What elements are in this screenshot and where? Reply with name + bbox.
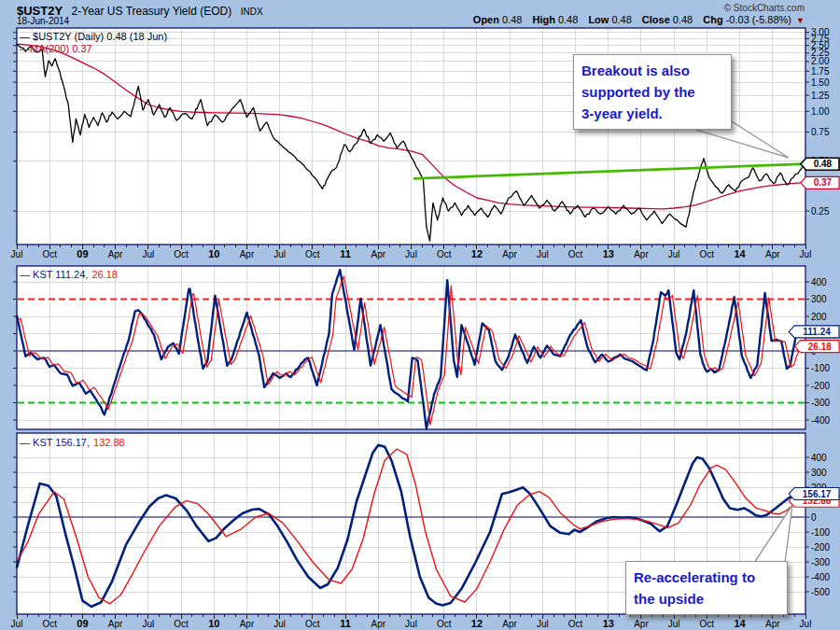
x-tick-label: Jul <box>142 619 154 629</box>
x-tick-label: 10 <box>208 618 219 629</box>
y-tick-label: 300 <box>811 468 827 478</box>
high-label: High <box>532 14 554 25</box>
close-label: Close <box>642 14 670 25</box>
x-tick-label: Apr <box>240 249 255 259</box>
y-tick-label: -400 <box>811 572 830 582</box>
x-tick-label: 10 <box>208 248 219 259</box>
annotation-breakout: Breakout is also supported by the 3-year… <box>573 54 732 130</box>
page-title: 2-Year US Treasury Yield (EOD) <box>72 5 232 18</box>
low-label: Low <box>588 14 609 25</box>
x-tick-label: Oct <box>568 249 583 259</box>
x-tick-label: Apr <box>765 249 780 259</box>
y-tick-label: -400 <box>811 415 830 426</box>
x-tick-label: Jul <box>800 249 812 259</box>
y-tick-label: 400 <box>811 453 827 463</box>
chart-date: 18-Jun-2014 <box>17 16 69 26</box>
kst1-legend: — KST 111.24,26.18 <box>20 269 118 281</box>
legend-price: — $UST2Y (Daily) 0.48 (18 Jun) <box>20 31 167 43</box>
y-tick-label: 400 <box>811 277 827 287</box>
x-tick-label: Oct <box>700 619 715 629</box>
x-tick-label: Oct <box>305 619 320 629</box>
x-tick-label: Jul <box>537 249 549 259</box>
x-tick-label: Oct <box>437 619 452 629</box>
x-tick-label: 14 <box>734 248 746 259</box>
legend-ma: —MA(200) 0.37 <box>20 43 167 55</box>
x-tick-label: Apr <box>634 249 649 259</box>
y-tick-label: -300 <box>811 398 830 408</box>
exchange-tag: INDX <box>241 7 263 17</box>
y-tick-label: 0.25 <box>811 206 830 217</box>
x-tick-label: 09 <box>77 618 88 629</box>
x-tick-label: 14 <box>734 618 746 629</box>
y-tick-label: -100 <box>811 363 830 373</box>
low-value: 0.48 <box>611 14 631 25</box>
y-tick-label: 1.25 <box>811 91 830 101</box>
y-tick-label: 1.00 <box>811 106 830 117</box>
legend-kst1: — KST 111.24, <box>20 269 88 280</box>
y-tick-label: 1.50 <box>811 77 830 88</box>
x-tick-label: Jul <box>405 619 417 629</box>
x-tick-label: 09 <box>77 248 88 259</box>
value-box-label: 26.18 <box>808 342 832 352</box>
x-tick-label: Apr <box>502 249 517 259</box>
x-tick-label: Oct <box>174 619 189 629</box>
chg-down-arrow-icon: ▼ <box>796 16 805 25</box>
chg-value: -0.03 (-5.88%) <box>726 14 791 25</box>
copyright: © StockCharts.com <box>724 3 805 13</box>
main-legend: — $UST2Y (Daily) 0.48 (18 Jun) —MA(200) … <box>20 31 167 55</box>
x-tick-label: Apr <box>371 619 386 629</box>
y-tick-label: 0 <box>811 512 817 523</box>
x-tick-label: Jul <box>273 619 286 629</box>
kst2-legend: — KST 156.17,132.88 <box>20 437 125 449</box>
x-tick-label: Jul <box>668 249 680 259</box>
y-tick-label: -500 <box>811 587 830 597</box>
legend-kst1-signal: 26.18 <box>91 269 118 280</box>
x-tick-label: Apr <box>502 619 517 629</box>
x-tick-label: 12 <box>471 248 483 259</box>
x-tick-label: Jul <box>11 249 23 259</box>
x-tick-label: 11 <box>340 618 351 629</box>
y-tick-label: -200 <box>811 381 830 391</box>
open-label: Open <box>473 14 499 25</box>
y-tick-label: 300 <box>811 294 827 304</box>
x-tick-label: 13 <box>603 248 614 259</box>
x-tick-label: Jul <box>800 619 812 629</box>
y-tick-label: 1.75 <box>811 66 830 77</box>
x-tick-label: Jul <box>405 249 417 259</box>
high-value: 0.48 <box>558 14 578 25</box>
x-tick-label: Oct <box>42 619 57 629</box>
x-tick-label: Apr <box>634 619 649 629</box>
value-box-label: 111.24 <box>803 327 831 337</box>
x-tick-label: Oct <box>568 619 583 629</box>
x-tick-label: Jul <box>273 249 286 259</box>
x-tick-label: Apr <box>108 249 123 259</box>
x-tick-label: Jul <box>142 249 154 259</box>
close-value: 0.48 <box>673 14 693 25</box>
value-box-label: 0.37 <box>814 177 833 188</box>
stockcharts-chart-page: 3.002.752.502.252.001.751.501.251.000.75… <box>0 0 840 630</box>
x-tick-label: Oct <box>437 249 452 259</box>
annotation-reaccelerating: Re-accelerating to the upside <box>625 561 788 615</box>
x-tick-label: Jul <box>537 619 549 629</box>
y-tick-label: -200 <box>811 542 830 553</box>
legend-kst2-signal: 132.88 <box>93 437 125 448</box>
y-tick-label: 0.75 <box>811 127 830 137</box>
x-tick-label: Apr <box>240 619 255 629</box>
y-tick-label: -300 <box>811 557 830 567</box>
x-tick-label: 11 <box>340 248 351 259</box>
x-tick-label: 13 <box>603 618 614 629</box>
value-box-label: 0.48 <box>814 159 833 169</box>
x-tick-label: Apr <box>371 249 386 259</box>
legend-kst2: — KST 156.17, <box>20 437 90 448</box>
quote-bar: Open0.48 High0.48 Low0.48 Close0.48 Chg-… <box>466 14 805 25</box>
x-tick-label: Oct <box>174 249 189 259</box>
x-tick-label: Apr <box>765 619 780 629</box>
y-tick-label: -100 <box>811 527 830 538</box>
value-box-label: 156.17 <box>803 489 832 499</box>
x-tick-label: 12 <box>471 618 483 629</box>
x-tick-label: Jul <box>668 619 680 629</box>
x-tick-label: Jul <box>11 619 23 629</box>
open-value: 0.48 <box>502 14 522 25</box>
x-tick-label: Oct <box>42 249 57 259</box>
chg-label: Chg <box>703 14 722 25</box>
